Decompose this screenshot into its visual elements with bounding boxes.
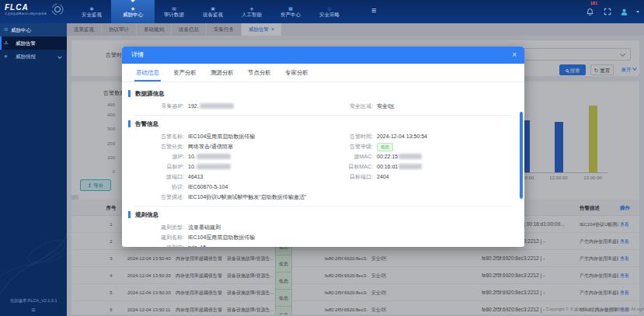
nav-item-security-policy[interactable]: ◇安全策略	[310, 0, 349, 23]
audit-data-icon: ▤	[172, 6, 176, 11]
level-badge: 低危	[377, 143, 393, 151]
alert-icon: ⚠	[4, 36, 8, 50]
rule-type-value: 流量基础规则	[188, 222, 221, 232]
fullscreen-icon[interactable]	[602, 7, 612, 17]
ai-icon: ◈	[250, 6, 254, 11]
dst-port-value: 2404	[377, 172, 389, 182]
zone-value: 安全Ⅰ区	[377, 101, 395, 111]
nav-item-asset-center[interactable]: ▦资产中心	[271, 0, 310, 23]
close-icon[interactable]: ×	[512, 47, 517, 64]
dialog-scrollbar-thumb[interactable]	[520, 112, 523, 199]
rule-name-value: IEC104应用层启动数据传输	[188, 232, 255, 242]
device-monitor-icon: ▣	[211, 6, 215, 11]
rule-id-value: rule_15	[188, 242, 206, 247]
section-title-rule: 规则信息	[128, 211, 512, 218]
collector-ip-label: 采集器IP:	[134, 101, 184, 111]
sidebar-item-threat-alerts[interactable]: ⚠ 威胁告警	[0, 36, 67, 50]
bell-icon[interactable]	[585, 7, 595, 17]
nav-item-threat-center[interactable]: ◆威胁中心	[111, 0, 155, 23]
intel-icon: ◈	[4, 50, 8, 63]
header-actions	[585, 0, 639, 23]
tab-node-analysis[interactable]: 节点分析	[246, 69, 273, 82]
alarm-desc-value: IEC104协议U帧测试帧中触发“启动数据传输激活”	[188, 192, 306, 202]
menu-hamburger-icon[interactable]: ≡	[371, 5, 376, 15]
redacted-value	[200, 103, 234, 109]
logo-swirl-icon	[50, 2, 65, 17]
nav-item-security-monitor[interactable]: ◉安全监视	[72, 0, 111, 23]
tab-basic-info[interactable]: 基础信息	[134, 69, 161, 82]
dialog-title: 详情	[131, 51, 144, 58]
sidebar-section-threat-center[interactable]: ⚙ 威胁中心	[0, 23, 67, 36]
redacted-value	[197, 164, 231, 169]
app-version-label: 当前版本:FLCA_V2.1.0.1	[0, 298, 67, 304]
alarm-category-value: 网络攻击/通信阻塞	[188, 141, 233, 151]
tab-asset-analysis[interactable]: 资产分析	[172, 69, 198, 82]
user-avatar-icon[interactable]	[619, 7, 629, 17]
dialog-body: 数据源信息 采集器IP:192. 安全区域:安全Ⅰ区 告警信息 告警名称:IEC…	[122, 82, 524, 247]
collector-ip-value: 192.	[188, 101, 234, 111]
threat-center-icon: ◆	[131, 6, 135, 11]
nav-item-ai[interactable]: ◈人工智能	[232, 0, 271, 23]
app-window: FLCA 工业安全监察审计与风险分析系统 ◉安全监视 ◆威胁中心 ▤审计数据 ▣…	[0, 0, 644, 316]
alarm-name-value: IEC104应用层启动数据传输	[188, 131, 255, 141]
protocol-value: IEC60870-5-104	[188, 182, 228, 192]
tab-expert-analysis[interactable]: 专家分析	[284, 69, 310, 82]
redacted-value	[399, 154, 422, 159]
top-header: FLCA 工业安全监察审计与风险分析系统 ◉安全监视 ◆威胁中心 ▤审计数据 ▣…	[0, 0, 644, 23]
divider	[134, 115, 512, 116]
dst-mac-value: 00:16:d1	[377, 161, 422, 172]
section-title-alarm: 告警信息	[128, 120, 512, 127]
alarm-level-value: 低危	[377, 141, 393, 151]
detail-dialog: 详情 × 基础信息 资产分析 溯源分析 节点分析 专家分析 数据源信息 采集器I…	[122, 47, 524, 247]
redacted-value	[399, 164, 422, 169]
src-port-value: 46413	[188, 172, 203, 182]
section-title-datasource: 数据源信息	[128, 90, 512, 97]
dst-ip-value: 10.	[188, 161, 231, 172]
asset-center-icon: ▦	[288, 6, 293, 11]
sidebar: ⚙ 威胁中心 ⚠ 威胁告警 ◈ 威胁情报 当前版本:FLCA_V2.1.0.1 …	[0, 23, 67, 316]
dialog-header: 详情 ×	[122, 47, 524, 64]
tab-trace-analysis[interactable]: 溯源分析	[209, 69, 235, 82]
sidebar-item-threat-intel[interactable]: ◈ 威胁情报	[0, 50, 67, 63]
alarm-time-value: 2024-12-04 13:50:54	[377, 131, 427, 141]
chevron-down-icon	[57, 54, 62, 59]
nav-item-device-monitor[interactable]: ▣设备监视	[193, 0, 232, 23]
security-policy-icon: ◇	[328, 6, 332, 11]
user-menu-caret-icon[interactable]	[636, 11, 639, 15]
nav-item-audit-data[interactable]: ▤审计数据	[155, 0, 193, 23]
sidebar-decoration	[0, 209, 67, 302]
gear-icon: ⚙	[4, 23, 8, 36]
zone-label: 安全区域:	[323, 101, 373, 111]
redacted-value	[197, 154, 231, 159]
sidebar-collapse-icon[interactable]: ≡	[0, 306, 67, 314]
src-mac-value: 00:22:15	[377, 151, 422, 161]
top-nav: ◉安全监视 ◆威胁中心 ▤审计数据 ▣设备监视 ◈人工智能 ▦资产中心 ◇安全策…	[72, 0, 349, 23]
dialog-tabs: 基础信息 资产分析 溯源分析 节点分析 专家分析	[122, 64, 524, 82]
divider	[134, 206, 512, 207]
src-ip-value: 10.	[188, 151, 231, 161]
security-monitor-icon: ◉	[89, 6, 93, 11]
